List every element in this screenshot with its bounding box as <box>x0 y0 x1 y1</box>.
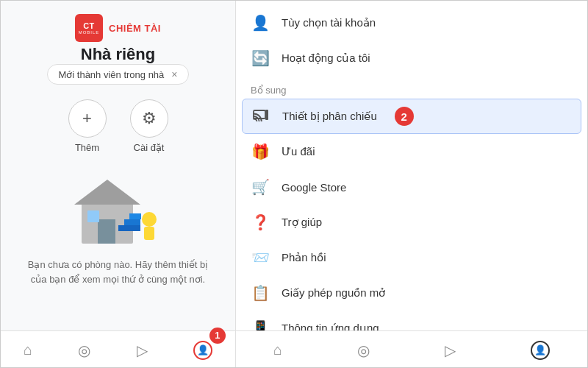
discover-icon-right: ◎ <box>357 342 370 359</box>
account-icon: 👤 <box>251 14 270 32</box>
menu-item-license[interactable]: 📋 Giấy phép nguồn mở <box>236 275 587 311</box>
menu-item-appinfo[interactable]: 📱 Thông tin ứng dụng <box>236 311 587 330</box>
help-label: Trợ giúp <box>282 216 322 229</box>
svg-rect-5 <box>124 219 140 225</box>
home-icon: ⌂ <box>24 342 32 358</box>
logo-mobile: MOBILE <box>79 30 100 35</box>
profile-icon-right: 👤 <box>531 341 550 360</box>
menu-item-store[interactable]: 🛒 Google Store <box>236 169 587 205</box>
member-badge-text: Mới thành viên trong nhà <box>58 69 164 80</box>
nav-home-left[interactable]: ⌂ <box>16 337 40 363</box>
nav-discover-left[interactable]: ◎ <box>71 337 98 364</box>
logo-ct: CT <box>83 22 95 30</box>
svg-rect-8 <box>144 227 154 240</box>
feedback-icon: 📨 <box>251 249 270 266</box>
nav-media-right[interactable]: ▷ <box>437 337 463 364</box>
menu-item-cast[interactable]: Thiết bị phân chiếu 2 <box>242 99 581 134</box>
logo-area: CT MOBILE CHIÊM TÀI <box>75 14 161 42</box>
nav-media-left[interactable]: ▷ <box>129 337 155 364</box>
account-label: Tùy chọn tài khoản <box>282 16 376 29</box>
cast-icon <box>251 108 270 125</box>
menu-item-activity[interactable]: 🔄 Hoạt động của tôi <box>236 40 587 76</box>
nav-home-right[interactable]: ⌂ <box>266 337 290 363</box>
svg-rect-10 <box>265 110 268 120</box>
profile-person-icon-right: 👤 <box>534 344 546 355</box>
page-title: Nhà riêng <box>81 45 155 64</box>
settings-button[interactable]: ⚙ Cài đặt <box>130 99 168 153</box>
menu-item-help[interactable]: ❓ Trợ giúp <box>236 205 587 240</box>
svg-marker-1 <box>74 180 140 205</box>
store-label: Google Store <box>282 181 346 194</box>
step1-badge: 1 <box>209 328 226 344</box>
close-member-badge-icon[interactable]: × <box>171 68 177 80</box>
svg-point-7 <box>142 212 157 227</box>
menu-item-account[interactable]: 👤 Tùy chọn tài khoản <box>236 5 587 40</box>
license-icon: 📋 <box>251 284 270 302</box>
step2-badge: 2 <box>395 107 414 126</box>
deals-icon: 🎁 <box>251 143 270 160</box>
menu-list: 👤 Tùy chọn tài khoản 🔄 Hoạt động của tôi… <box>236 1 587 330</box>
appinfo-icon: 📱 <box>251 319 270 330</box>
nav-profile-right[interactable]: 👤 <box>523 336 557 364</box>
help-icon: ❓ <box>251 213 270 231</box>
home-icon-right: ⌂ <box>273 342 282 358</box>
store-icon: 🛒 <box>251 178 270 196</box>
settings-label: Cài đặt <box>134 142 165 153</box>
feedback-label: Phản hồi <box>282 251 326 264</box>
license-label: Giấy phép nguồn mở <box>282 286 385 300</box>
svg-rect-3 <box>87 210 99 222</box>
activity-label: Hoạt động của tôi <box>282 52 370 65</box>
deals-label: Ưu đãi <box>282 145 315 158</box>
svg-rect-4 <box>118 225 140 231</box>
settings-circle[interactable]: ⚙ <box>130 99 168 138</box>
appinfo-label: Thông tin ứng dụng <box>282 322 379 330</box>
house-illustration <box>60 166 177 247</box>
nav-profile-left[interactable]: 👤 1 <box>186 336 220 364</box>
bottom-nav-left: ⌂ ◎ ▷ 👤 1 <box>1 330 235 368</box>
left-panel: CT MOBILE CHIÊM TÀI Nhà riêng Mới thành … <box>1 1 236 368</box>
member-badge[interactable]: Mới thành viên trong nhà × <box>47 64 188 85</box>
add-circle[interactable]: + <box>68 99 107 138</box>
discover-icon: ◎ <box>78 342 90 359</box>
activity-icon: 🔄 <box>251 49 270 67</box>
add-button[interactable]: + Thêm <box>68 99 107 153</box>
right-panel: 👤 Tùy chọn tài khoản 🔄 Hoạt động của tôi… <box>236 1 587 368</box>
action-buttons: + Thêm ⚙ Cài đặt <box>68 99 168 153</box>
menu-item-deals[interactable]: 🎁 Ưu đãi <box>236 134 587 169</box>
brand-name: CHIÊM TÀI <box>109 23 161 34</box>
svg-rect-6 <box>129 213 141 219</box>
nav-discover-right[interactable]: ◎ <box>350 337 377 364</box>
add-label: Thêm <box>75 142 99 153</box>
section-label: Bổ sung <box>236 76 587 99</box>
logo-box: CT MOBILE <box>75 14 103 42</box>
profile-icon-highlighted[interactable]: 👤 <box>193 341 212 360</box>
profile-person-icon: 👤 <box>197 344 209 355</box>
empty-text: Bạn chưa có phòng nào. Hãy thêm thiết bị… <box>1 258 235 286</box>
menu-item-feedback[interactable]: 📨 Phản hồi <box>236 240 587 275</box>
media-icon-right: ▷ <box>445 342 456 359</box>
cast-label: Thiết bị phân chiếu <box>282 110 377 123</box>
bottom-nav-right: ⌂ ◎ ▷ 👤 <box>236 330 587 368</box>
media-icon: ▷ <box>137 342 148 359</box>
svg-rect-2 <box>98 219 115 244</box>
